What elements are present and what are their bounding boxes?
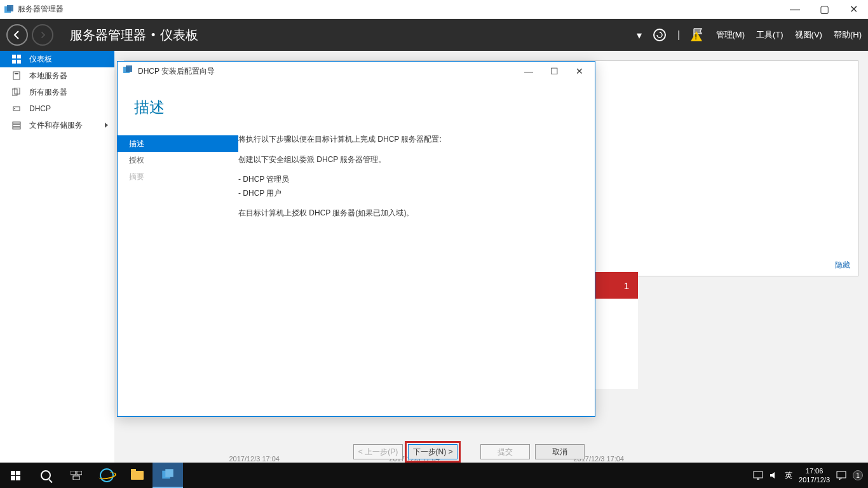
tray-network-icon[interactable] xyxy=(753,471,763,480)
svg-rect-13 xyxy=(13,125,20,126)
sidebar-label: 文件和存储服务 xyxy=(29,120,83,131)
tray-volume-icon[interactable] xyxy=(770,471,778,480)
wizard-step-summary: 摘要 xyxy=(118,168,238,185)
storage-icon xyxy=(11,120,22,130)
breadcrumb-root[interactable]: 服务器管理器 xyxy=(70,27,146,44)
wizard-content: 将执行以下步骤以便在目标计算机上完成 DHCP 服务器配置: 创建以下安全组以委… xyxy=(238,133,595,435)
prev-button: < 上一步(P) xyxy=(353,444,403,459)
svg-rect-4 xyxy=(12,60,16,64)
cancel-button[interactable]: 取消 xyxy=(535,444,585,459)
svg-rect-18 xyxy=(126,65,132,72)
svg-rect-12 xyxy=(13,122,20,124)
dialog-heading: 描述 xyxy=(118,81,595,133)
svg-rect-20 xyxy=(77,471,82,475)
menu-help[interactable]: 帮助(H) xyxy=(834,29,862,41)
sidebar-item-local-server[interactable]: 本地服务器 xyxy=(0,67,114,84)
wizard-text-line: 在目标计算机上授权 DHCP 服务器(如果已加入域)。 xyxy=(238,207,595,220)
wizard-step-authorization[interactable]: 授权 xyxy=(118,152,238,168)
back-button[interactable] xyxy=(6,24,28,46)
tray-ime[interactable]: 英 xyxy=(785,470,792,481)
dialog-titlebar[interactable]: DHCP 安装后配置向导 — ☐ ✕ xyxy=(118,62,595,81)
breadcrumb-sep: • xyxy=(151,29,155,42)
svg-rect-26 xyxy=(837,471,846,478)
svg-rect-24 xyxy=(754,471,763,478)
server-manager-icon xyxy=(4,4,14,15)
dashboard-icon xyxy=(11,54,22,64)
svg-rect-19 xyxy=(71,471,76,475)
window-title: 服务器管理器 xyxy=(18,4,64,15)
menu-tools[interactable]: 工具(T) xyxy=(756,29,783,41)
svg-rect-6 xyxy=(13,72,20,79)
menu-view[interactable]: 视图(V) xyxy=(795,29,822,41)
minimize-button[interactable]: — xyxy=(780,0,810,19)
dialog-close-button[interactable]: ✕ xyxy=(567,62,592,80)
server-icon xyxy=(11,71,22,81)
notifications-flag-icon[interactable]: ! xyxy=(692,27,705,43)
task-view-button[interactable] xyxy=(61,463,92,488)
sidebar: 仪表板 本地服务器 所有服务器 DHCP 文件和存储服务 xyxy=(0,51,114,133)
svg-rect-14 xyxy=(13,127,20,129)
start-button[interactable] xyxy=(0,463,31,488)
next-button[interactable]: 下一步(N) > xyxy=(408,444,458,459)
sidebar-label: 所有服务器 xyxy=(29,87,67,98)
refresh-icon[interactable] xyxy=(653,29,666,41)
forward-button xyxy=(32,24,53,46)
wizard-text-line: 将执行以下步骤以便在目标计算机上完成 DHCP 服务器配置: xyxy=(238,133,595,147)
svg-rect-21 xyxy=(73,476,79,480)
header-pipe: | xyxy=(677,29,680,41)
wizard-text-line: 创建以下安全组以委派 DHCP 服务器管理。 xyxy=(238,153,595,167)
app-header: 服务器管理器 • 仪表板 ▾ | ! 管理(M) 工具(T) 视图(V) 帮助(… xyxy=(0,19,868,51)
submit-button: 提交 xyxy=(480,444,530,459)
svg-rect-3 xyxy=(17,55,21,58)
sidebar-label: 本地服务器 xyxy=(29,71,67,81)
dhcp-wizard-dialog: DHCP 安装后配置向导 — ☐ ✕ 描述 描述 授权 摘要 将执行以下步骤以便… xyxy=(117,61,595,417)
servers-icon xyxy=(11,87,22,97)
dialog-title: DHCP 安装后配置向导 xyxy=(138,66,215,77)
dhcp-icon xyxy=(11,104,22,114)
svg-rect-1 xyxy=(7,5,13,11)
svg-rect-5 xyxy=(17,60,21,64)
sidebar-label: DHCP xyxy=(29,104,51,113)
tile-count: 1 xyxy=(624,280,629,291)
search-button[interactable] xyxy=(31,463,61,488)
dialog-minimize-button[interactable]: — xyxy=(516,62,541,80)
tray-info-badge-icon[interactable]: 1 xyxy=(853,470,863,480)
svg-rect-7 xyxy=(15,73,18,74)
dialog-maximize-button[interactable]: ☐ xyxy=(541,62,567,80)
wizard-icon xyxy=(123,65,133,78)
svg-rect-23 xyxy=(165,469,173,477)
close-button[interactable]: ✕ xyxy=(839,0,868,19)
wizard-text-line: - DHCP 用户 xyxy=(238,187,595,201)
sidebar-item-file-storage[interactable]: 文件和存储服务 xyxy=(0,117,114,133)
sidebar-item-dhcp[interactable]: DHCP xyxy=(0,100,114,117)
sidebar-label: 仪表板 xyxy=(29,54,52,65)
sidebar-item-dashboard[interactable]: 仪表板 xyxy=(0,51,114,67)
dialog-footer: < 上一步(P) 下一步(N) > 提交 取消 xyxy=(118,435,595,468)
svg-rect-2 xyxy=(12,55,16,58)
sidebar-item-all-servers[interactable]: 所有服务器 xyxy=(0,84,114,100)
menu-manage[interactable]: 管理(M) xyxy=(716,29,745,41)
maximize-button[interactable]: ▢ xyxy=(810,0,839,19)
tray-clock[interactable]: 17:06 2017/12/3 xyxy=(799,466,830,485)
svg-point-11 xyxy=(14,108,15,109)
header-dropdown-caret[interactable]: ▾ xyxy=(637,29,642,41)
breadcrumb-current: 仪表板 xyxy=(160,27,198,44)
window-titlebar: 服务器管理器 — ▢ ✕ xyxy=(0,0,868,19)
wizard-text-line: - DHCP 管理员 xyxy=(238,173,595,187)
chevron-right-icon xyxy=(105,123,108,128)
wizard-nav: 描述 授权 摘要 xyxy=(118,133,238,435)
tray-action-center-icon[interactable] xyxy=(836,470,846,480)
wizard-step-description[interactable]: 描述 xyxy=(118,135,238,152)
hide-link[interactable]: 隐藏 xyxy=(835,260,850,271)
